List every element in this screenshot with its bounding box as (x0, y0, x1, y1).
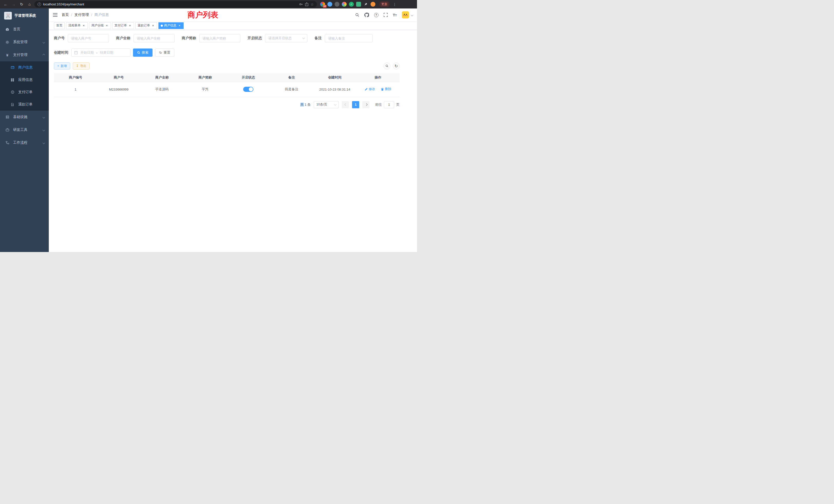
cell-merchant-short: 芋艿 (183, 82, 227, 97)
prev-page-button[interactable] (342, 101, 349, 108)
browser-back-icon[interactable]: ← (3, 1, 9, 7)
goto-page-input[interactable] (384, 101, 394, 108)
create-time-range-picker[interactable]: 开始日期 - 结束日期 (71, 48, 130, 57)
github-icon[interactable] (364, 13, 369, 17)
extension-colorwheel-icon[interactable]: 10 (320, 2, 325, 7)
export-button[interactable]: ↧ 导出 (73, 62, 90, 70)
sidebar: 🐰 芋道管理系统 首页 系统管理 ¥ 支付管理 (0, 8, 49, 252)
site-info-icon[interactable]: i (38, 3, 41, 6)
flow-icon (5, 141, 9, 144)
browser-forward-icon[interactable]: → (10, 1, 17, 7)
tab-label: 用户分组 (91, 23, 104, 28)
column-header: 操作 (356, 73, 399, 82)
delete-label: 删除 (385, 87, 391, 91)
sidebar-item-system[interactable]: 系统管理 (0, 36, 49, 48)
sidebar-toggle-icon[interactable] (53, 13, 58, 17)
column-header: 备注 (270, 73, 313, 82)
password-key-icon[interactable] (299, 2, 303, 6)
extensions-area: 10 ✓ (320, 2, 375, 7)
close-icon[interactable]: × (128, 24, 132, 27)
share-icon[interactable] (305, 2, 308, 6)
help-icon[interactable]: ? (374, 13, 378, 17)
breadcrumb-payment[interactable]: 支付管理 (74, 13, 89, 17)
search-icon[interactable] (355, 13, 359, 17)
extension-dark-icon[interactable] (334, 2, 339, 7)
toggle-search-button[interactable] (383, 63, 390, 69)
sidebar-item-label: 研发工具 (13, 128, 39, 132)
sidebar-item-dev-tools[interactable]: 研发工具 (0, 123, 49, 136)
sidebar-item-home[interactable]: 首页 (0, 23, 49, 36)
breadcrumb-home[interactable]: 首页 (62, 13, 69, 17)
tab-user-group[interactable]: 用户分组 × (89, 22, 111, 29)
total-suffix: 条 (307, 102, 311, 107)
logo[interactable]: 🐰 芋道管理系统 (0, 8, 49, 23)
browser-reload-icon[interactable]: ↻ (19, 1, 25, 7)
close-icon[interactable]: × (178, 24, 181, 27)
status-select[interactable]: 请选择开启状态 (265, 34, 307, 42)
field-label: 备注 (314, 36, 322, 41)
page-size-select[interactable]: 10条/页 (314, 101, 339, 108)
merchant-short-input[interactable] (199, 34, 240, 42)
toolbar-right: ↻ (383, 63, 399, 69)
payment-submenu: 商户信息 应用信息 支付订单 (0, 61, 49, 111)
browser-update-button[interactable]: 更新 (379, 1, 390, 7)
breadcrumb-separator: / (71, 13, 72, 17)
sidebar-item-pay-order[interactable]: 支付订单 (0, 86, 49, 98)
pagination: 共 1 条 10条/页 1 前往 页 (54, 101, 399, 108)
bookmark-star-icon[interactable]: ☆ (310, 2, 314, 6)
next-page-button[interactable] (362, 101, 370, 108)
tab-process-form[interactable]: 流程表单 × (66, 22, 88, 29)
page-annotation: 商户列表 (188, 10, 218, 20)
edit-link[interactable]: 修改 (365, 87, 375, 91)
filter-remark: 备注 (314, 34, 373, 42)
field-label: 开启状态 (247, 36, 262, 41)
browser-toolbar: ← → ↻ ⌂ i localhost:1024/pay/merchant ☆ … (0, 0, 417, 8)
sidebar-item-infra[interactable]: 基础设施 (0, 111, 49, 123)
status-toggle[interactable] (243, 87, 254, 92)
address-bar[interactable]: i localhost:1024/pay/merchant ☆ (35, 1, 317, 7)
remark-input[interactable] (325, 34, 373, 42)
filter-row-1: 商户号 商户全称 商户简称 开启状态 请选择开启状态 (54, 34, 399, 42)
sidebar-item-payment[interactable]: ¥ 支付管理 (0, 48, 49, 61)
pin-extension-icon[interactable] (363, 2, 368, 7)
refresh-icon: ↻ (159, 51, 162, 55)
page-number-1[interactable]: 1 (352, 101, 359, 108)
sidebar-item-label: 支付管理 (13, 53, 39, 57)
browser-home-icon[interactable]: ⌂ (26, 1, 32, 7)
extension-green-icon[interactable] (356, 2, 361, 7)
sidebar-item-label: 支付订单 (18, 90, 45, 94)
browser-menu-icon[interactable]: ⋮ (393, 2, 396, 6)
close-icon[interactable]: × (105, 24, 109, 27)
table-header-row: 商户编号 商户号 商户全称 商户简称 开启状态 备注 创建时间 操作 (54, 73, 399, 82)
chevron-down-icon (43, 116, 45, 118)
merchant-name-input[interactable] (133, 34, 175, 42)
sidebar-item-merchant-info[interactable]: 商户信息 (0, 61, 49, 74)
extension-multicolor-icon[interactable] (342, 2, 347, 7)
tab-label: 退款订单 (138, 23, 150, 28)
add-button[interactable]: + 新增 (54, 62, 70, 70)
extension-check-icon[interactable]: ✓ (349, 2, 354, 7)
extension-drop-icon[interactable] (327, 2, 332, 7)
sidebar-item-workflow[interactable]: 工作流程 (0, 136, 49, 149)
screen: ← → ↻ ⌂ i localhost:1024/pay/merchant ☆ … (0, 0, 417, 252)
sidebar-item-app-info[interactable]: 应用信息 (0, 74, 49, 86)
page-content: 商户号 商户全称 商户简称 开启状态 请选择开启状态 (49, 30, 417, 252)
refresh-table-button[interactable]: ↻ (393, 63, 399, 69)
profile-avatar-icon[interactable] (371, 2, 375, 7)
user-menu[interactable] (402, 11, 413, 19)
tab-home[interactable]: 首页 (54, 22, 65, 29)
tab-merchant-info[interactable]: 商户信息 × (158, 22, 183, 29)
close-icon[interactable]: × (151, 24, 155, 27)
tab-pay-order[interactable]: 支付订单 × (112, 22, 134, 29)
tab-refund-order[interactable]: 退款订单 × (135, 22, 157, 29)
reset-button[interactable]: ↻ 重置 (155, 48, 174, 57)
search-button[interactable]: 搜索 (133, 48, 153, 57)
sidebar-item-refund-order[interactable]: 退款订单 (0, 98, 49, 111)
merchant-no-input[interactable] (68, 34, 109, 42)
delete-link[interactable]: 删除 (381, 87, 391, 91)
sidebar-item-label: 退款订单 (18, 102, 45, 107)
close-icon[interactable]: × (82, 24, 86, 27)
cell-merchant-no: M233666999 (97, 82, 140, 97)
fullscreen-icon[interactable] (383, 13, 388, 17)
font-size-icon[interactable]: TT (393, 13, 397, 17)
